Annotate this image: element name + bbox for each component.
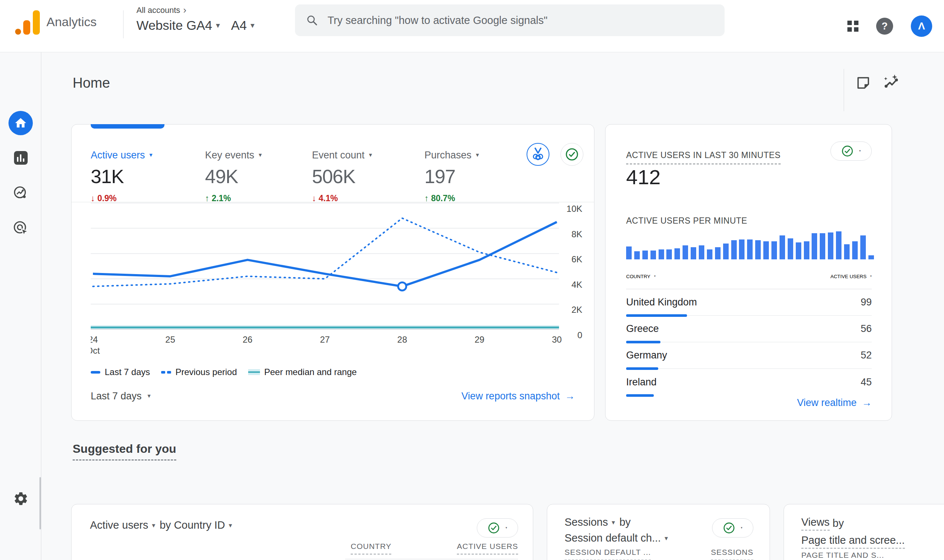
column-header[interactable]: COUNTRY (351, 542, 391, 554)
svg-text:27: 27 (320, 334, 330, 345)
chevron-down-icon: ▾ (259, 152, 262, 158)
card-status-button[interactable]: ▾ (712, 518, 753, 537)
dimension-selector[interactable]: Country ID (174, 519, 225, 531)
legend-peer-median: Peer median and range (248, 367, 357, 377)
sidebar-item-home[interactable] (0, 111, 41, 135)
peer-band-swatch (248, 369, 260, 375)
metric-key-events: Key events ▾ 49K ↑ 2.1% (205, 149, 262, 203)
realtime-status-button[interactable]: ▾ (830, 142, 872, 161)
suggested-card-active-users-by-country: Active users ▾ by Country ID ▾ ▾ COUNTRY… (71, 504, 533, 560)
breadcrumb-label: All accounts (136, 6, 180, 15)
metric-event-count: Event count ▾ 506K ↓ 4.1% (312, 149, 372, 203)
metric-value: 49K (205, 165, 262, 188)
svg-text:6K: 6K (572, 254, 582, 264)
avatar[interactable]: Λ (911, 15, 932, 37)
sidebar-item-explore[interactable] (0, 185, 41, 201)
sidebar-item-admin[interactable] (0, 491, 41, 506)
metric-selector[interactable]: Sessions (565, 516, 608, 528)
country-column-sort[interactable]: COUNTRY ▾ (626, 274, 656, 279)
solid-line-swatch (91, 371, 100, 374)
chevron-down-icon: ▾ (150, 152, 152, 158)
column-header[interactable]: SESSION DEFAULT ... (565, 548, 651, 560)
chevron-down-icon: ▾ (476, 152, 479, 158)
sidebar-scrollbar[interactable] (39, 477, 41, 529)
benchmarking-button[interactable] (527, 143, 549, 166)
realtime-bar-chart (626, 231, 874, 259)
metric-value: 31K (91, 165, 152, 188)
notes-button[interactable] (856, 75, 871, 92)
account-switcher[interactable]: All accounts › Website GA4 ▾ A4 ▾ (136, 5, 255, 33)
metric-selector[interactable]: Key events ▾ (205, 149, 262, 161)
minute-bar (715, 247, 720, 259)
search-input[interactable] (327, 14, 714, 26)
metric-purchases: Purchases ▾ 197 ↑ 80.7% (424, 149, 479, 203)
table-divider (345, 559, 518, 559)
minute-bar (868, 255, 874, 259)
minute-bar (788, 238, 793, 259)
account-name[interactable]: Website GA4 (136, 18, 212, 33)
sidebar-item-reports[interactable] (0, 151, 41, 165)
breadcrumb[interactable]: All accounts › (136, 5, 255, 16)
note-icon (856, 75, 871, 91)
page-title: Home (72, 75, 110, 91)
card-title: Active users ▾ by Country ID ▾ (90, 519, 233, 531)
overview-line-chart: 02K4K6K8K10K24252627282930Oct (91, 200, 585, 356)
left-navigation (0, 52, 41, 560)
minute-bar (828, 232, 833, 259)
minute-bar (779, 235, 785, 259)
chevron-down-icon: ▾ (612, 519, 615, 526)
check-circle-icon (488, 522, 500, 534)
chevron-down-icon: ▾ (148, 393, 150, 399)
suggested-heading: Suggested for you (72, 442, 176, 460)
metric-value: 506K (312, 165, 372, 188)
metric-selector[interactable]: Purchases ▾ (424, 149, 479, 161)
card-title: Sessions ▾ by Session default ch... ▾ (565, 516, 669, 544)
column-header[interactable]: SESSIONS (711, 548, 753, 560)
svg-text:25: 25 (165, 334, 175, 345)
active-users-line-chart: 02K4K6K8K10K24252627282930Oct (91, 200, 585, 358)
minute-bar (836, 231, 842, 259)
chart-legend: Last 7 days Previous period Peer median … (91, 367, 356, 377)
property-selector[interactable]: A4 ▾ (231, 18, 255, 33)
check-circle-icon (842, 145, 853, 157)
metric-selector[interactable]: Views (801, 516, 830, 531)
svg-text:26: 26 (243, 334, 253, 345)
dimension-selector[interactable]: Page title and scree... (801, 534, 905, 549)
column-header[interactable]: PAGE TITLE AND S... (801, 551, 884, 560)
advertising-target-icon (12, 220, 29, 236)
status-check-button[interactable] (560, 143, 583, 166)
help-icon[interactable]: ? (876, 18, 893, 35)
apps-grid-icon[interactable] (847, 21, 858, 32)
chevron-right-icon: › (183, 5, 187, 16)
dimension-selector[interactable]: Session default ch... (565, 532, 661, 544)
metric-selector[interactable]: Active users (90, 519, 148, 531)
sort-caret-icon: ▾ (870, 275, 872, 278)
minute-bar (796, 242, 801, 259)
view-reports-snapshot-link[interactable]: View reports snapshot → (461, 391, 575, 402)
card-title: Views by Page title and scree... (801, 516, 905, 549)
chevron-down-icon: ▾ (250, 22, 255, 29)
search-icon (306, 14, 318, 26)
realtime-active-users-value: 412 (626, 165, 660, 189)
insights-button[interactable] (882, 74, 900, 92)
suggested-card-sessions-by-channel: Sessions ▾ by Session default ch... ▾ ▾ … (547, 504, 770, 560)
column-header[interactable]: ACTIVE USERS (457, 542, 518, 554)
property-name: A4 (231, 18, 247, 33)
view-realtime-link[interactable]: View realtime → (797, 397, 872, 409)
active-users-column-sort[interactable]: ACTIVE USERS ▾ (830, 274, 872, 279)
reports-snapshot-card: Active users ▾ 31K ↓ 0.9% Key events ▾ 4… (71, 124, 594, 421)
active-tab-indicator (91, 124, 165, 129)
minute-bar (723, 243, 729, 259)
legend-last-7-days: Last 7 days (91, 367, 150, 377)
search-bar[interactable] (295, 5, 725, 36)
card-status-button[interactable]: ▾ (477, 518, 518, 537)
date-range-selector[interactable]: Last 7 days ▾ (91, 391, 151, 402)
sidebar-item-advertising[interactable] (0, 220, 41, 236)
metric-selector[interactable]: Active users ▾ (91, 149, 152, 161)
metric-selector[interactable]: Event count ▾ (312, 149, 372, 161)
chevron-down-icon: ▾ (741, 526, 742, 529)
analytics-logo[interactable]: Analytics (15, 8, 97, 35)
minute-bar (804, 241, 810, 259)
svg-text:24: 24 (91, 334, 98, 345)
table-row: United Kingdom 99 (626, 289, 872, 316)
